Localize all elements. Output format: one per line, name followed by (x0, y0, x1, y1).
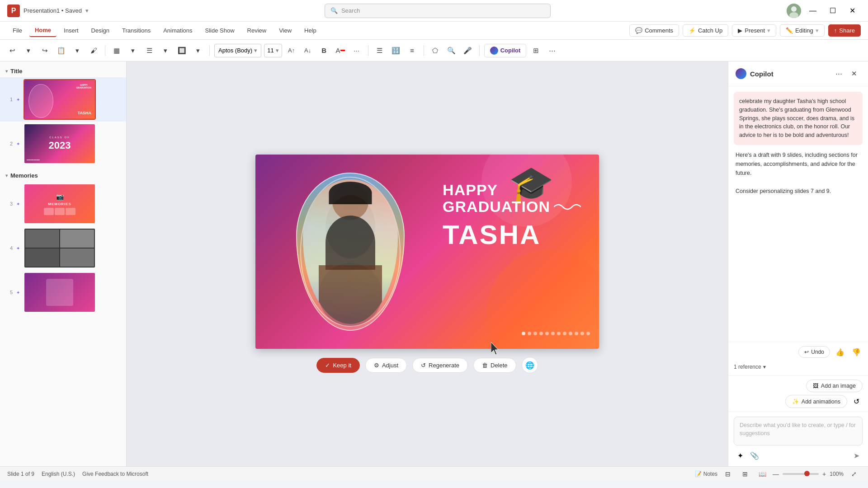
search-bar[interactable]: 🔍 Search (325, 4, 551, 18)
font-size-selector[interactable]: 11 ▾ (264, 44, 282, 57)
more-slide-action-button[interactable]: 🌐 (522, 357, 538, 373)
font-selector[interactable]: Aptos (Body) ▾ (214, 44, 261, 57)
section-title[interactable]: ▾ Title (0, 65, 126, 77)
catch-up-button[interactable]: ⚡ Catch Up (683, 24, 728, 37)
increase-font-button[interactable]: A↑ (285, 44, 298, 57)
section-title-label: Title (10, 68, 23, 75)
refresh-button[interactable]: ↺ (850, 395, 863, 408)
minimize-button[interactable]: — (805, 3, 821, 19)
normal-view-button[interactable]: ⊟ (721, 467, 735, 481)
add-animations-button[interactable]: ✨ Add animations (785, 395, 847, 408)
find-button[interactable]: 🔍 (445, 44, 458, 57)
slide-item-5[interactable]: 5 ✦ (0, 270, 126, 314)
format-paint-button[interactable]: 🖌 (87, 44, 100, 57)
slide-canvas[interactable]: 🎓 HAPPY GRADUATION TASHA (255, 155, 599, 349)
layout-button[interactable]: ▦ (110, 44, 123, 57)
decrease-font-button[interactable]: A↓ (301, 44, 315, 57)
mic-button[interactable]: 🎤 (461, 44, 475, 57)
keep-button[interactable]: ✓ Keep it (316, 358, 359, 373)
slide-item-2[interactable]: 2 ✦ CLASS OF 2023 ■■■■■■■■■■■■ (0, 122, 126, 166)
editing-button[interactable]: ✏️ Editing ▾ (780, 24, 825, 37)
copilot-actions-area: ↩ Undo 👍 👎 1 reference ▾ (728, 342, 868, 375)
send-button[interactable]: ➤ (850, 449, 863, 462)
present-button[interactable]: ▶ Present ▾ (732, 24, 776, 37)
slide-star-1: ✦ (16, 97, 20, 102)
view-toggle-button[interactable]: ⊞ (529, 44, 542, 57)
copilot-header: Copilot ⋯ ✕ (728, 61, 868, 86)
slide-sorter-button[interactable]: ⊞ (738, 467, 752, 481)
regenerate-label: Regenerate (429, 362, 459, 369)
copilot-chat: celebrate my daughter Tasha's high schoo… (728, 86, 868, 342)
notes-button[interactable]: 📝 Notes (695, 471, 717, 477)
more-button[interactable]: ··· (350, 44, 363, 57)
shapes-button[interactable]: ⬠ (429, 44, 442, 57)
bullets-button[interactable]: ☰ (373, 44, 387, 57)
zoom-slider[interactable] (783, 473, 819, 475)
zoom-out-button[interactable]: — (773, 470, 779, 478)
arrange-arrow-button[interactable]: ▾ (191, 44, 205, 57)
user-avatar[interactable] (787, 4, 801, 18)
share-button[interactable]: ↑ Share (828, 24, 861, 37)
reading-view-button[interactable]: 📖 (755, 467, 769, 481)
slide-graduation-text: GRADUATION (443, 198, 550, 215)
slide-num-3: 3 (5, 201, 13, 206)
sparkle-button[interactable]: ✦ (734, 449, 746, 462)
delete-button[interactable]: 🗑 Delete (473, 358, 516, 373)
font-color-button[interactable]: A (334, 44, 347, 57)
section-arrow-button[interactable]: ▾ (159, 44, 172, 57)
attach-button[interactable]: 📎 (748, 449, 761, 462)
slide-item-1[interactable]: 1 ✦ HAPPYGRADUATION TASHA (0, 77, 126, 122)
adjust-icon: ⚙ (374, 362, 379, 369)
add-image-button[interactable]: 🖼 Add an image (806, 380, 863, 392)
tab-design[interactable]: Design (86, 24, 115, 37)
feedback-link[interactable]: Give Feedback to Microsoft (82, 471, 148, 477)
slide-panel: ▾ Title 1 ✦ HAPPYGRADUATION TASHA 2 ✦ (0, 61, 127, 466)
tab-animations[interactable]: Animations (158, 24, 198, 37)
copilot-options-button[interactable]: ⋯ (832, 67, 845, 80)
comments-button[interactable]: 💬 Comments (629, 24, 679, 37)
copilot-input-box[interactable]: Describe what you'd like to create, or t… (734, 417, 863, 446)
redo-button[interactable]: ↪ (38, 44, 52, 57)
reference-chevron-icon: ▾ (763, 364, 766, 370)
tab-file[interactable]: File (7, 24, 28, 37)
tab-insert[interactable]: Insert (58, 24, 84, 37)
maximize-button[interactable]: ☐ (825, 3, 841, 19)
align-button[interactable]: ≡ (406, 44, 419, 57)
copilot-button[interactable]: Copilot (484, 44, 527, 57)
tab-view[interactable]: View (274, 24, 297, 37)
layout-arrow-button[interactable]: ▾ (126, 44, 140, 57)
arrange-button[interactable]: 🔲 (175, 44, 189, 57)
present-arrow-icon: ▾ (767, 27, 770, 34)
fit-slide-button[interactable]: ⤢ (847, 467, 861, 481)
tab-help[interactable]: Help (299, 24, 322, 37)
undo-button[interactable]: ↩ (5, 44, 19, 57)
reference-row[interactable]: 1 reference ▾ (734, 362, 863, 372)
copilot-header-actions: ⋯ ✕ (832, 67, 861, 80)
title-arrow[interactable]: ▾ (85, 7, 89, 14)
slide-item-3[interactable]: 3 ✦ 📷 MEMORIES (0, 182, 126, 226)
undo-button[interactable]: ↩ Undo (798, 346, 830, 358)
undo-arrow-button[interactable]: ▾ (22, 44, 35, 57)
zoom-in-button[interactable]: + (822, 470, 826, 478)
copilot-logo (736, 68, 746, 79)
toolbar-more-button[interactable]: ⋯ (545, 44, 559, 57)
slide-item-4[interactable]: 4 ✦ (0, 226, 126, 270)
section-button[interactable]: ☰ (142, 44, 156, 57)
close-button[interactable]: ✕ (844, 3, 861, 19)
regenerate-button[interactable]: ↺ Regenerate (412, 358, 468, 373)
canvas-area: 🎓 HAPPY GRADUATION TASHA (127, 61, 728, 466)
copy-arrow-button[interactable]: ▾ (71, 44, 84, 57)
adjust-button[interactable]: ⚙ Adjust (365, 358, 407, 373)
copy-button[interactable]: 📋 (54, 44, 68, 57)
toolbar-sep-3 (368, 45, 368, 56)
numbering-button[interactable]: 🔢 (389, 44, 403, 57)
thumbup-button[interactable]: 👍 (834, 346, 846, 358)
thumbdown-button[interactable]: 👎 (850, 346, 863, 358)
tab-transitions[interactable]: Transitions (117, 24, 156, 37)
tab-slideshow[interactable]: Slide Show (199, 24, 240, 37)
bold-button[interactable]: B (317, 44, 331, 57)
section-memories[interactable]: ▾ Memories (0, 169, 126, 182)
tab-review[interactable]: Review (242, 24, 272, 37)
tab-home[interactable]: Home (29, 24, 57, 37)
copilot-close-button[interactable]: ✕ (847, 67, 861, 80)
